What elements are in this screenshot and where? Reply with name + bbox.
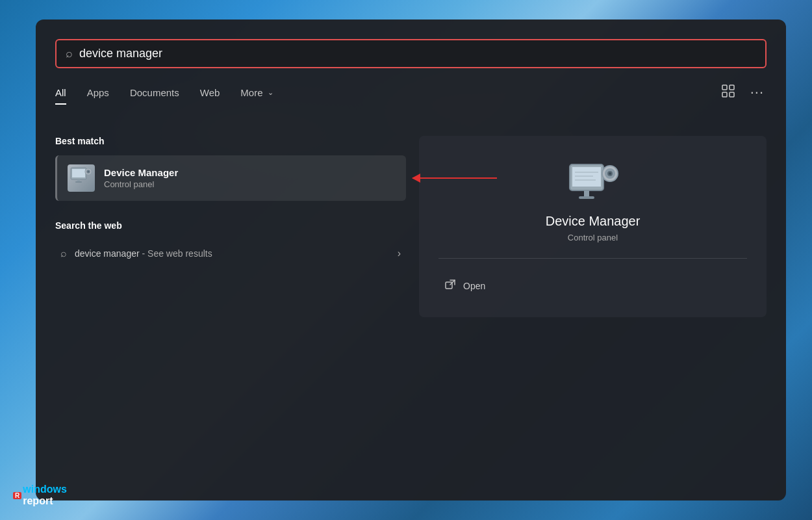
device-manager-app-icon [68, 164, 95, 192]
app-preview-icon [567, 162, 619, 214]
main-content: Best match [36, 116, 786, 317]
search-icon: ⌕ [66, 47, 73, 60]
svg-rect-7 [75, 181, 82, 183]
more-options-icon[interactable]: ··· [748, 81, 767, 103]
open-external-icon [445, 280, 455, 292]
web-search-text: device manager - See web results [75, 248, 390, 259]
app-preview-name: Device Manager [546, 214, 641, 229]
filter-tabs-bar: All Apps Documents Web More ⌄ ··· [36, 68, 786, 103]
divider [438, 258, 747, 259]
tab-apps[interactable]: Apps [77, 83, 120, 102]
watermark-dows: dows [40, 484, 67, 495]
watermark-text: windows report [23, 484, 67, 507]
svg-rect-0 [722, 85, 727, 90]
best-match-app-name: Device Manager [104, 167, 396, 178]
web-search-item[interactable]: ⌕ device manager - See web results › [55, 240, 406, 267]
web-search-query: device manager [75, 248, 140, 259]
open-label: Open [463, 281, 485, 291]
svg-point-10 [88, 171, 90, 173]
best-match-app-subtitle: Control panel [104, 179, 396, 189]
tab-all[interactable]: All [55, 83, 77, 102]
chevron-right-icon: › [398, 248, 401, 259]
chevron-down-icon: ⌄ [268, 88, 273, 97]
best-match-label: Best match [55, 136, 406, 146]
web-search-suffix: - See web results [142, 248, 212, 259]
svg-rect-12 [572, 167, 601, 187]
watermark-report: report [23, 495, 53, 506]
best-match-app-info: Device Manager Control panel [104, 167, 396, 189]
svg-rect-14 [579, 196, 594, 199]
left-panel: Best match [55, 136, 406, 317]
svg-rect-2 [722, 92, 727, 97]
svg-rect-1 [730, 85, 734, 90]
app-preview-subtitle: Control panel [568, 233, 618, 242]
web-search-section: Search the web ⌕ device manager - See we… [55, 220, 406, 267]
red-arrow-indicator [412, 177, 497, 179]
search-input[interactable] [79, 47, 756, 60]
svg-rect-5 [72, 169, 85, 177]
svg-rect-13 [584, 190, 589, 197]
group-view-icon[interactable] [719, 82, 737, 103]
open-action[interactable]: Open [438, 274, 747, 298]
tab-more-label: More [240, 87, 262, 98]
search-bar[interactable]: ⌕ [55, 39, 767, 68]
watermark-win: win [23, 484, 40, 495]
svg-point-18 [609, 172, 611, 175]
web-search-icon: ⌕ [60, 248, 67, 259]
watermark-badge: R [13, 492, 21, 499]
web-search-label: Search the web [55, 220, 406, 231]
tab-extra-icons: ··· [719, 81, 767, 103]
tab-more[interactable]: More ⌄ [230, 83, 283, 102]
search-panel: ⌕ All Apps Documents Web More ⌄ ··· [36, 20, 786, 500]
right-panel: Device Manager Control panel Open [419, 136, 767, 317]
best-match-item[interactable]: Device Manager Control panel [55, 155, 406, 201]
svg-rect-3 [730, 92, 734, 97]
tab-web[interactable]: Web [190, 83, 231, 102]
watermark: R windows report [13, 484, 67, 507]
tab-documents[interactable]: Documents [120, 83, 190, 102]
